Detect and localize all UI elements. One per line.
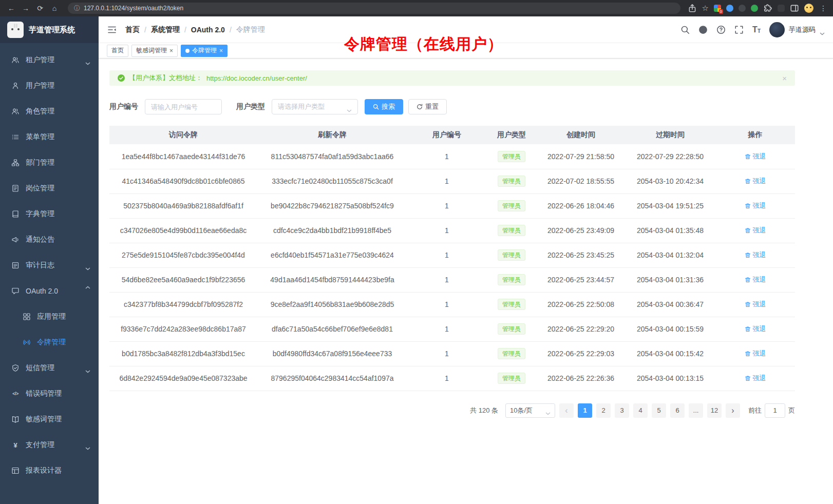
sidebar-item-dept[interactable]: 部门管理 xyxy=(0,150,99,176)
sidebar-item-notice[interactable]: 通知公告 xyxy=(0,227,99,253)
sidebar-item-audit-log[interactable]: 审计日志 xyxy=(0,253,99,278)
page-button-1[interactable]: 1 xyxy=(578,403,592,418)
tab-home[interactable]: 首页 xyxy=(107,45,128,57)
extensions-puzzle-icon[interactable] xyxy=(763,4,772,13)
user-no-input[interactable] xyxy=(145,99,222,114)
app-logo-row[interactable]: 芋道管理系统 xyxy=(0,16,99,43)
collapse-menu-icon[interactable] xyxy=(107,25,117,35)
extension-colorful-icon[interactable]: 0 xyxy=(714,5,721,12)
force-logout-button[interactable]: 强退 xyxy=(745,275,766,284)
breadcrumb-oauth2[interactable]: OAuth 2.0 xyxy=(191,26,225,34)
extension-dark-square-icon[interactable] xyxy=(778,5,785,12)
action-cell: 强退 xyxy=(715,243,795,267)
sidebar-item-oauth2[interactable]: OAuth 2.0 xyxy=(0,278,99,304)
sidebar-item-user[interactable]: 用户管理 xyxy=(0,73,99,99)
tab-sensitive-word[interactable]: 敏感词管理 × xyxy=(131,45,178,57)
github-icon[interactable] xyxy=(698,25,708,34)
reset-button[interactable]: 重置 xyxy=(408,99,447,114)
trash-icon xyxy=(745,203,751,209)
page-button-2[interactable]: 2 xyxy=(596,403,611,418)
sidebar-item-oauth2-token[interactable]: 令牌管理 xyxy=(0,329,99,355)
page-content: 【用户体系】文档地址： https://doc.iocoder.cn/user-… xyxy=(99,59,833,504)
browser-forward-icon[interactable]: → xyxy=(20,2,32,14)
expire-time-cell: 2054-03-04 00:15:59 xyxy=(625,317,715,341)
force-logout-button[interactable]: 强退 xyxy=(745,226,766,235)
close-icon[interactable]: × xyxy=(219,48,223,54)
sidebar-item-payment[interactable]: ¥ 支付管理 xyxy=(0,432,99,458)
force-logout-button[interactable]: 强退 xyxy=(745,152,766,161)
force-logout-button[interactable]: 强退 xyxy=(745,349,766,358)
browser-back-icon[interactable]: ← xyxy=(5,2,17,14)
create-time-cell: 2022-06-25 23:49:09 xyxy=(537,218,625,243)
user-id-cell: 1 xyxy=(407,144,486,169)
sidebar-item-tenant[interactable]: 租户管理 xyxy=(0,47,99,73)
browser-reload-icon[interactable]: ⟳ xyxy=(34,2,46,14)
sidebar-item-sensitive-word[interactable]: 敏感词管理 xyxy=(0,406,99,432)
expire-time-cell: 2054-03-10 20:42:34 xyxy=(625,169,715,193)
user-type-badge: 管理员 xyxy=(498,274,525,285)
browser-profile-avatar[interactable] xyxy=(804,4,813,13)
user-type-badge: 管理员 xyxy=(498,323,525,335)
extension-green-icon[interactable] xyxy=(751,5,758,12)
sidebar-item-oauth2-app[interactable]: 应用管理 xyxy=(0,304,99,329)
tab-token[interactable]: 令牌管理 × xyxy=(181,45,228,57)
table-header-row: 访问令牌 刷新令牌 用户编号 用户类型 创建时间 过期时间 操作 xyxy=(109,126,795,144)
force-logout-button[interactable]: 强退 xyxy=(745,300,766,309)
page-button-5[interactable]: 5 xyxy=(652,403,666,418)
badge-icon xyxy=(11,184,20,192)
sidebar-item-role[interactable]: 角色管理 xyxy=(0,99,99,124)
side-panel-icon[interactable] xyxy=(790,4,799,13)
access-token-cell: 502375b8040a469a9b82188afdf6af1f xyxy=(109,193,257,218)
sidebar-item-post[interactable]: 岗位管理 xyxy=(0,176,99,201)
page-button-6[interactable]: 6 xyxy=(670,403,685,418)
table-row: f9336e7c7dd242a283ee98dc86b17a87 dfa6c71… xyxy=(109,317,795,341)
extension-blue-icon[interactable] xyxy=(726,5,733,12)
next-page-button[interactable]: › xyxy=(726,403,740,418)
action-cell: 强退 xyxy=(715,144,795,169)
fullscreen-icon[interactable] xyxy=(734,25,744,34)
search-button[interactable]: 搜索 xyxy=(365,99,403,114)
close-icon[interactable]: × xyxy=(169,48,173,54)
expire-time-cell: 2054-03-04 19:51:25 xyxy=(625,193,715,218)
force-logout-button[interactable]: 强退 xyxy=(745,374,766,383)
page-size-select[interactable]: 10条/页 xyxy=(505,403,555,418)
help-icon[interactable] xyxy=(716,25,726,34)
browser-home-icon[interactable]: ⌂ xyxy=(48,2,61,14)
search-icon[interactable] xyxy=(680,25,690,34)
browser-menu-icon[interactable]: ⋮ xyxy=(819,4,828,12)
refresh-token-cell: 333ecfc71e02480cb11055c875c3ca0f xyxy=(257,169,407,193)
sidebar-item-sms[interactable]: 短信管理 xyxy=(0,355,99,381)
red-annotation-text: 令牌管理（在线用户） xyxy=(344,34,503,55)
force-logout-button[interactable]: 强退 xyxy=(745,324,766,334)
access-token-cell: c347026e805e4d99b0d116eae66eda8c xyxy=(109,218,257,243)
force-logout-button[interactable]: 强退 xyxy=(745,201,766,210)
page-button-12[interactable]: 12 xyxy=(707,403,722,418)
site-info-icon[interactable]: ⓘ xyxy=(74,4,80,13)
force-logout-button[interactable]: 强退 xyxy=(745,177,766,186)
address-bar[interactable]: ⓘ 127.0.0.1:1024/system/oauth2/token xyxy=(68,3,680,14)
sidebar-item-menu[interactable]: 菜单管理 xyxy=(0,124,99,150)
goto-page-input[interactable] xyxy=(765,403,785,418)
extension-dark-icon[interactable] xyxy=(739,5,746,12)
goto-suffix: 页 xyxy=(788,406,795,415)
sidebar-item-error-code[interactable]: </> 错误码管理 xyxy=(0,381,99,406)
force-logout-button[interactable]: 强退 xyxy=(745,250,766,260)
user-type-badge: 管理员 xyxy=(498,200,525,211)
sidebar-item-report-designer[interactable]: 报表设计器 xyxy=(0,458,99,483)
doc-link[interactable]: https://doc.iocoder.cn/user-center/ xyxy=(206,74,307,82)
alert-close-icon[interactable]: × xyxy=(782,74,787,83)
sidebar-item-dict[interactable]: 字典管理 xyxy=(0,201,99,227)
breadcrumb-system[interactable]: 系统管理 xyxy=(151,25,180,34)
user-type-select[interactable]: 请选择用户类型 xyxy=(272,99,358,114)
user-menu[interactable]: 芋道源码 xyxy=(769,22,825,37)
page-button-3[interactable]: 3 xyxy=(615,403,629,418)
page-ellipsis-button[interactable]: ... xyxy=(689,403,703,418)
prev-page-button[interactable]: ‹ xyxy=(559,403,574,418)
font-size-icon[interactable]: TT xyxy=(752,26,761,34)
yen-icon: ¥ xyxy=(11,441,20,449)
page-button-4[interactable]: 4 xyxy=(633,403,648,418)
breadcrumb-home[interactable]: 首页 xyxy=(125,25,140,34)
doc-alert: 【用户体系】文档地址： https://doc.iocoder.cn/user-… xyxy=(109,70,795,86)
bookmark-star-icon[interactable]: ☆ xyxy=(702,4,709,13)
share-icon[interactable] xyxy=(688,4,697,13)
